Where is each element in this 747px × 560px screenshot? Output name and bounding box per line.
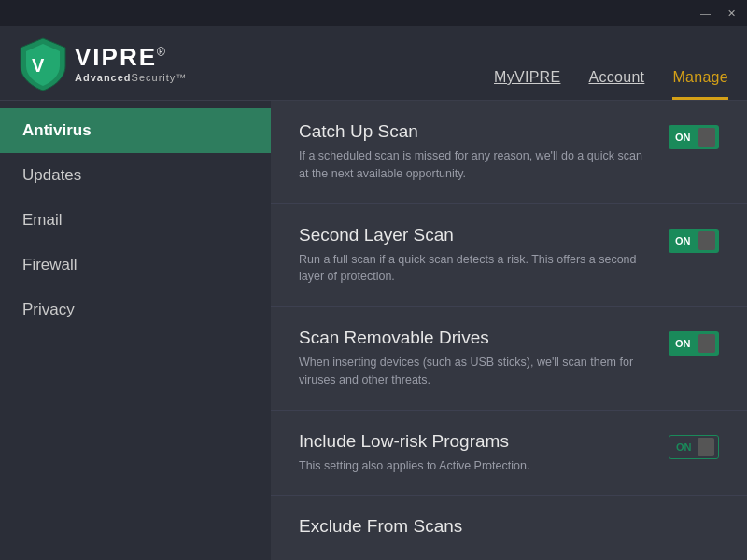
minimize-button[interactable]: —: [697, 6, 714, 21]
toggle-knob: [698, 128, 715, 147]
logo-area: V VIPRE® AdvancedSecurity™: [19, 36, 289, 91]
sidebar-item-email[interactable]: Email: [0, 198, 271, 243]
title-bar: — ✕: [0, 0, 747, 26]
sidebar-item-updates[interactable]: Updates: [0, 153, 271, 198]
close-button[interactable]: ✕: [724, 6, 740, 21]
setting-scan-removable-drives: Scan Removable Drives When inserting dev…: [271, 307, 747, 411]
vipre-logo-icon: V: [19, 36, 67, 91]
setting-desc-scan-removable-drives: When inserting devices (such as USB stic…: [299, 354, 650, 389]
sidebar-item-firewall[interactable]: Firewall: [0, 243, 271, 287]
setting-title-scan-removable-drives: Scan Removable Drives: [299, 328, 650, 348]
toggle-catch-up-scan[interactable]: ON: [669, 125, 719, 149]
setting-title-exclude-from-scans: Exclude From Scans: [299, 516, 700, 537]
toggle-second-layer-scan[interactable]: ON: [669, 229, 719, 253]
nav-tabs: MyVIPRE Account Manage: [494, 26, 728, 100]
logo-text: VIPRE® AdvancedSecurity™: [75, 43, 187, 83]
toggle-scan-removable-drives[interactable]: ON: [669, 331, 719, 356]
svg-text:V: V: [32, 55, 45, 76]
toggle-knob: [698, 334, 715, 353]
tab-myvipre[interactable]: MyVIPRE: [494, 69, 560, 100]
main-layout: Antivirus Updates Email Firewall Privacy…: [0, 101, 747, 560]
tab-manage[interactable]: Manage: [672, 69, 728, 100]
setting-second-layer-scan: Second Layer Scan Run a full scan if a q…: [271, 204, 747, 308]
content-area: Catch Up Scan If a scheduled scan is mis…: [271, 101, 747, 560]
setting-exclude-from-scans: Exclude From Scans: [271, 496, 747, 560]
setting-title-include-low-risk-programs: Include Low-risk Programs: [299, 431, 650, 452]
setting-include-low-risk-programs: Include Low-risk Programs This setting a…: [271, 411, 747, 497]
toggle-include-low-risk-programs[interactable]: ON: [669, 435, 719, 459]
logo-subtitle: AdvancedSecurity™: [75, 72, 187, 83]
setting-desc-second-layer-scan: Run a full scan if a quick scan detects …: [299, 251, 650, 287]
setting-desc-include-low-risk-programs: This setting also applies to Active Prot…: [299, 457, 650, 475]
sidebar-item-antivirus[interactable]: Antivirus: [0, 108, 271, 153]
sidebar: Antivirus Updates Email Firewall Privacy: [0, 101, 271, 560]
setting-title-second-layer-scan: Second Layer Scan: [299, 225, 650, 245]
setting-desc-catch-up-scan: If a scheduled scan is missed for any re…: [299, 147, 650, 183]
sidebar-item-privacy[interactable]: Privacy: [0, 287, 271, 332]
toggle-knob: [698, 231, 715, 250]
tab-account[interactable]: Account: [588, 69, 644, 100]
setting-title-catch-up-scan: Catch Up Scan: [299, 121, 650, 142]
toggle-knob: [698, 438, 714, 456]
setting-catch-up-scan: Catch Up Scan If a scheduled scan is mis…: [271, 101, 747, 204]
logo-vipre-text: VIPRE®: [75, 43, 187, 72]
header: V VIPRE® AdvancedSecurity™ MyVIPRE Accou…: [0, 26, 747, 101]
